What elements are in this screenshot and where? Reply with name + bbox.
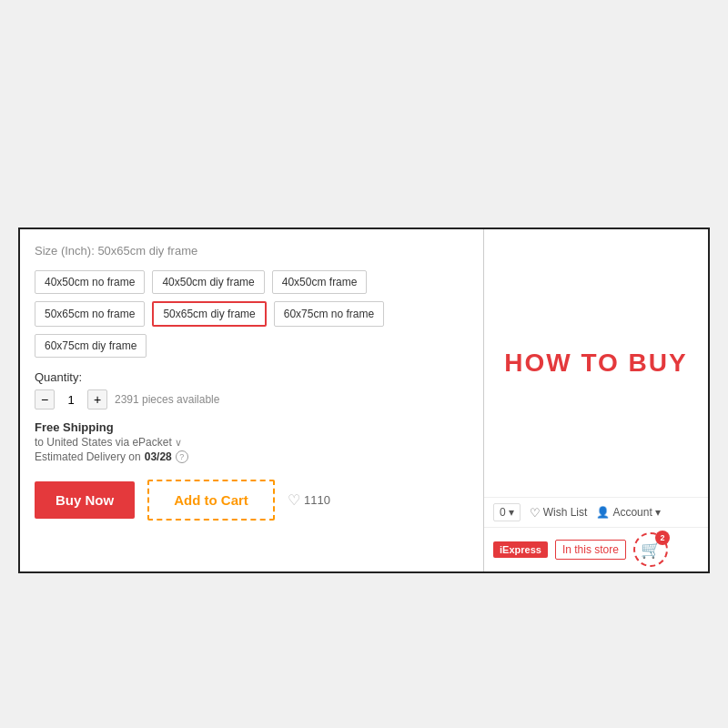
wish-count: 1110 [304,493,330,507]
nav-dropdown[interactable]: 0 ▾ [493,503,521,521]
add-to-cart-button[interactable]: Add to Cart [147,480,275,521]
action-row: Buy Now Add to Cart ♡ 1110 [35,480,469,521]
quantity-section: Quantity: − 1 + 2391 pieces available [35,370,469,410]
cart-badge: 2 [655,531,670,545]
in-store-tag[interactable]: In this store [555,540,626,560]
pieces-available: 2391 pieces available [115,393,219,406]
account-chevron: ▾ [655,506,661,519]
size-options-group: 40x50cm no frame 40x50cm diy frame 40x50… [35,270,469,358]
size-option-3[interactable]: 40x50cm frame [272,270,368,294]
right-store-bar: iExpress In this store 🛒 2 [484,527,708,571]
delivery-date: 03/28 [145,450,172,463]
quantity-increment-button[interactable]: + [87,389,107,410]
account-link[interactable]: 👤 Account ▾ [596,506,660,519]
size-option-5[interactable]: 50x65cm diy frame [152,301,266,327]
size-option-2[interactable]: 40x50cm diy frame [152,270,264,294]
quantity-value: 1 [62,393,80,407]
account-icon: 👤 [596,506,610,519]
heart-icon: ♡ [288,491,300,509]
how-to-buy-heading: HOW TO BUY [504,349,687,378]
size-option-1[interactable]: 40x50cm no frame [35,270,145,294]
wish-list-label: Wish List [543,506,588,519]
size-option-6[interactable]: 60x75cm no frame [274,301,384,327]
buy-now-button[interactable]: Buy Now [35,481,135,519]
product-options-panel: Size (Inch): 50x65cm diy frame 40x50cm n… [20,229,484,571]
right-panel: HOW TO BUY 0 ▾ ♡ Wish List 👤 Account ▾ i… [484,229,708,571]
wishlist-row[interactable]: ♡ 1110 [288,491,330,509]
delivery-info: Estimated Delivery on 03/28 ? [35,450,469,463]
main-container: Size (Inch): 50x65cm diy frame 40x50cm n… [18,228,710,573]
size-label: Size (Inch): 50x65cm diy frame [35,244,469,258]
nav-dropdown-value: 0 [500,506,506,519]
quantity-decrement-button[interactable]: − [35,389,55,410]
cart-button[interactable]: 🛒 2 [633,532,668,567]
size-option-4[interactable]: 50x65cm no frame [35,301,145,327]
wish-list-link[interactable]: ♡ Wish List [530,506,588,520]
delivery-label: Estimated Delivery on [35,450,141,463]
nav-dropdown-chevron: ▾ [509,506,514,519]
size-label-text: Size (Inch): [35,244,95,258]
shipping-title: Free Shipping [35,420,469,434]
quantity-row: − 1 + 2391 pieces available [35,389,469,410]
chevron-down-icon[interactable]: ∨ [175,437,182,448]
shipping-section: Free Shipping to United States via ePack… [35,420,469,463]
shipping-sub: to United States via ePacket ∨ [35,436,469,449]
right-nav-bar: 0 ▾ ♡ Wish List 👤 Account ▾ [484,497,708,527]
account-label: Account [612,506,652,519]
info-icon[interactable]: ? [176,450,188,463]
heart-small-icon: ♡ [530,506,541,520]
how-to-buy-area: HOW TO BUY [484,229,708,497]
shipping-sub-text: to United States via ePacket [35,436,172,449]
size-option-7[interactable]: 60x75cm diy frame [35,334,147,358]
aliexpress-tag[interactable]: iExpress [493,541,548,558]
quantity-label: Quantity: [35,370,469,384]
size-selected-value: 50x65cm diy frame [97,244,197,258]
